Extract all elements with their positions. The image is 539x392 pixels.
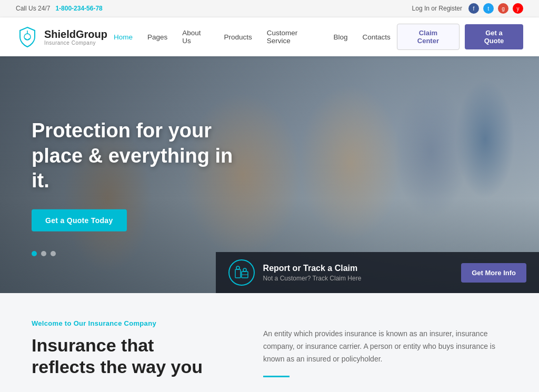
twitter-icon[interactable]: t [483, 3, 494, 14]
hero-content: Protection for your place & everything i… [32, 118, 253, 232]
nav-contacts[interactable]: Contacts [356, 29, 396, 45]
hero-dot-3[interactable] [51, 251, 56, 256]
google-plus-icon[interactable]: g [498, 3, 508, 14]
logo-name: ShieldGroup [44, 28, 107, 40]
get-quote-button[interactable]: Get a Quote [465, 24, 523, 49]
hero-dot-1[interactable] [32, 251, 37, 256]
more-info-button[interactable]: Get More Info [461, 263, 526, 283]
claim-bar-title: Report or Track a Claim [263, 264, 453, 273]
login-link[interactable]: Log In or Register [412, 5, 462, 12]
svg-rect-2 [235, 269, 241, 278]
hero-dot-2[interactable] [41, 251, 46, 256]
nav-home[interactable]: Home [107, 29, 139, 45]
logo-area: ShieldGroup Insurance Company [16, 25, 107, 48]
heading-line2: reflects the way you [32, 357, 203, 377]
claim-center-button[interactable]: Claim Center [397, 24, 460, 50]
topbar-right: Log In or Register f t g y [412, 3, 523, 14]
section-description: An entity which provides insurance is kn… [263, 328, 507, 365]
hero-dots [32, 251, 56, 256]
below-left: Welcome to Our Insurance Company Insuran… [32, 319, 232, 378]
facebook-icon[interactable]: f [468, 3, 479, 14]
hero-cta-button[interactable]: Get a Quote Today [32, 209, 127, 231]
claim-bar: Report or Track a Claim Not a Customer? … [216, 252, 539, 293]
nav-pages[interactable]: Pages [141, 29, 174, 45]
below-right: An entity which provides insurance is kn… [263, 319, 507, 378]
section-label: Welcome to Our Insurance Company [32, 319, 232, 327]
phone-link[interactable]: 1-800-234-56-78 [55, 5, 102, 12]
logo-text: ShieldGroup Insurance Company [44, 28, 107, 46]
claim-text-area: Report or Track a Claim Not a Customer? … [263, 264, 453, 282]
youtube-icon[interactable]: y [513, 3, 523, 14]
nav-about[interactable]: About Us [176, 25, 215, 49]
topbar: Call Us 24/7 1-800-234-56-78 Log In or R… [0, 0, 539, 17]
header: ShieldGroup Insurance Company Home Pages… [0, 17, 539, 56]
hero-title: Protection for your place & everything i… [32, 118, 253, 194]
below-hero-section: Welcome to Our Insurance Company Insuran… [0, 293, 539, 392]
call-label: Call Us 24/7 [16, 5, 50, 12]
nav-customer-service[interactable]: Customer Service [261, 25, 325, 49]
nav-blog[interactable]: Blog [327, 29, 354, 45]
claim-svg-icon [234, 265, 249, 280]
topbar-left: Call Us 24/7 1-800-234-56-78 [16, 5, 103, 12]
section-heading: Insurance that reflects the way you [32, 335, 232, 378]
svg-point-0 [24, 34, 31, 40]
heading-line1: Insurance that [32, 335, 154, 355]
hero-section: Protection for your place & everything i… [0, 56, 539, 293]
main-nav: Home Pages About Us Products Customer Se… [107, 25, 397, 49]
header-buttons: Claim Center Get a Quote [397, 24, 523, 50]
logo-sub: Insurance Company [44, 40, 107, 46]
logo-icon [16, 25, 39, 48]
svg-point-3 [236, 266, 239, 269]
claim-bar-icon [228, 259, 255, 286]
social-icons: f t g y [468, 3, 523, 14]
svg-point-5 [243, 268, 246, 272]
nav-products[interactable]: Products [217, 29, 258, 45]
teal-divider [263, 376, 290, 377]
claim-bar-subtitle: Not a Customer? Track Claim Here [263, 275, 453, 282]
